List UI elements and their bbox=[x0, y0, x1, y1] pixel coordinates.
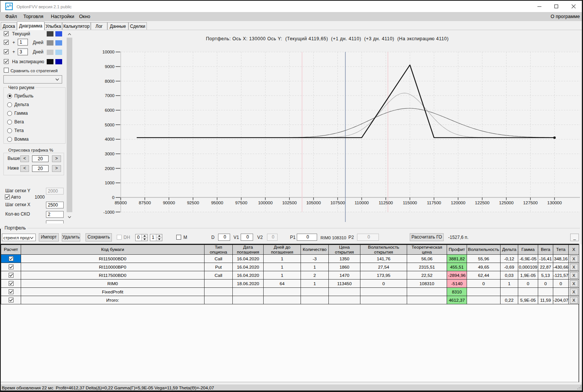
svg-text:125000: 125000 bbox=[499, 200, 514, 205]
svg-text:115000: 115000 bbox=[403, 200, 417, 205]
svg-text:87500: 87500 bbox=[139, 200, 151, 205]
svg-text:90000: 90000 bbox=[163, 200, 175, 205]
svg-text:112500: 112500 bbox=[378, 200, 393, 205]
svg-text:5000: 5000 bbox=[105, 122, 114, 127]
svg-text:107500: 107500 bbox=[330, 200, 345, 205]
svg-text:120000: 120000 bbox=[451, 200, 465, 205]
svg-text:6000: 6000 bbox=[105, 108, 114, 112]
svg-text:4000: 4000 bbox=[105, 137, 114, 141]
svg-text:95000: 95000 bbox=[211, 200, 223, 205]
svg-text:97500: 97500 bbox=[235, 200, 247, 205]
svg-text:9000: 9000 bbox=[105, 64, 114, 69]
svg-text:10000: 10000 bbox=[102, 49, 114, 54]
svg-text:85000: 85000 bbox=[114, 200, 127, 205]
svg-text:3000: 3000 bbox=[105, 151, 114, 156]
svg-text:Портфель: Ось X: 130000 Ось Y:: Портфель: Ось X: 130000 Ось Y: (Текущий … bbox=[206, 36, 449, 41]
svg-text:-1000: -1000 bbox=[103, 210, 114, 214]
svg-text:92500: 92500 bbox=[187, 200, 199, 205]
svg-text:130000: 130000 bbox=[547, 200, 562, 205]
svg-text:8000: 8000 bbox=[105, 79, 114, 84]
svg-text:110000: 110000 bbox=[354, 200, 369, 205]
svg-text:0: 0 bbox=[112, 195, 114, 200]
svg-text:122500: 122500 bbox=[475, 200, 490, 205]
svg-text:105000: 105000 bbox=[306, 200, 321, 205]
svg-text:117500: 117500 bbox=[427, 200, 441, 205]
svg-text:102500: 102500 bbox=[282, 200, 297, 205]
svg-text:100000: 100000 bbox=[258, 200, 273, 205]
svg-text:127500: 127500 bbox=[523, 200, 538, 205]
svg-text:7000: 7000 bbox=[105, 93, 114, 98]
svg-text:1000: 1000 bbox=[105, 180, 114, 185]
svg-text:2000: 2000 bbox=[105, 166, 114, 171]
